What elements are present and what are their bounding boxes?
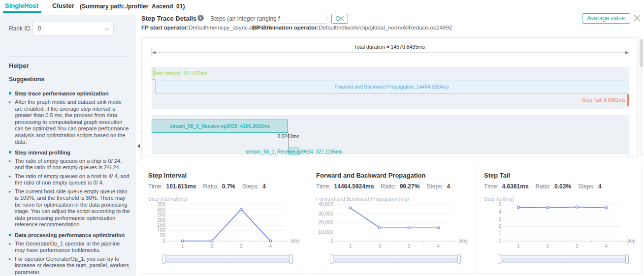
y-axis-title: Forward and Backward Propagation(ms) (316, 196, 470, 202)
svg-text:30,000: 30,000 (318, 211, 333, 216)
datazoom-slider[interactable] (499, 255, 628, 263)
step-trace-details-title: Step Trace Details (141, 15, 196, 22)
svg-text:1: 1 (349, 244, 352, 249)
datazoom-slider[interactable] (163, 255, 292, 263)
stream-gap-label: 0.0243ms (277, 134, 299, 139)
chevron-down-icon (104, 28, 109, 31)
step-tail-bar[interactable] (627, 94, 629, 106)
svg-text:2: 2 (210, 244, 213, 249)
sidebar-divider (5, 56, 131, 57)
svg-text:0: 0 (162, 238, 165, 244)
datazoom-right-handle[interactable] (457, 254, 461, 264)
timeline-scrollbar-thumb[interactable] (640, 39, 643, 67)
datazoom-left-handle[interactable] (162, 254, 165, 264)
top-tab-bar: SingleHost Cluster (Summary path:./profi… (0, 0, 644, 14)
metric-cards-row: Step Interval Time:101.615msRatio:0.7%St… (142, 166, 642, 274)
svg-text:step: step (458, 238, 468, 244)
svg-text:1: 1 (498, 231, 501, 236)
triangle-bullet-icon: ▸ (9, 256, 11, 263)
steps-input[interactable] (280, 14, 327, 24)
suggestion-section-title: Data processing performance optimization (9, 232, 130, 239)
svg-text:300: 300 (157, 207, 165, 213)
suggestion-section-title: Step interval profiling (9, 149, 130, 156)
ok-button[interactable]: OK (331, 14, 348, 24)
datazoom-right-handle[interactable] (290, 254, 293, 264)
svg-text:2: 2 (378, 244, 381, 249)
step-trace-timeline-panel: Total duration ≈ 14570.8435ms Step Inter… (141, 37, 638, 156)
square-bullet-icon (9, 92, 11, 94)
stream-58-0-receive-bar[interactable]: stream_58_0_Receive-op9935: 4166.2692ms (152, 120, 288, 133)
triangle-bullet-icon: ▸ (9, 173, 11, 180)
stream-58-1-receive-bar-label: stream_58_1_Receive-op9934: 327.1195ms (246, 149, 343, 154)
tab-cluster[interactable]: Cluster (52, 2, 74, 9)
timeline-scrollbar[interactable] (640, 38, 643, 156)
helper-title: Helper (9, 62, 29, 69)
fp-start-operator-label: FP start operator: (141, 25, 189, 31)
svg-text:250: 250 (157, 212, 165, 217)
close-icon[interactable] (633, 14, 642, 23)
collapse-left-arrow-icon (137, 144, 140, 148)
svg-text:40,000: 40,000 (318, 202, 333, 207)
svg-text:1: 1 (181, 244, 184, 249)
step-tail-bar-label: Step Tail: 4.6361ms (582, 97, 625, 103)
stream-receive-track: stream_58_0_Receive-op9935: 4166.2692ms … (152, 115, 629, 154)
triangle-bullet-icon: ▸ (9, 241, 11, 247)
svg-text:2: 2 (498, 223, 501, 229)
rank-id-select[interactable]: 0 (32, 22, 114, 35)
card-title: Step Interval (148, 172, 302, 179)
svg-text:5: 5 (498, 202, 501, 207)
step-tail-chart: 0123451234step (484, 202, 635, 255)
forward-backward-propagation-bar[interactable]: Forward and Backward Propagation: 14464.… (155, 81, 629, 93)
bp-termination-operator-value: Default/network/clip/global_norm/AllRedu… (319, 25, 452, 31)
svg-text:3: 3 (240, 244, 243, 249)
svg-text:200: 200 (157, 217, 165, 223)
card-title: Forward and Backward Propagation (316, 172, 470, 179)
svg-text:step: step (290, 238, 300, 244)
datazoom-slider[interactable] (331, 255, 460, 263)
average-value-button[interactable]: Average value (582, 13, 631, 24)
suggestions-list: Step trace performance optimization ▸ Af… (9, 87, 130, 276)
datazoom-right-handle[interactable] (625, 254, 629, 264)
svg-text:0: 0 (498, 238, 501, 244)
y-axis-title: Step Tail(ms) (484, 196, 635, 202)
triangle-bullet-icon: ▸ (9, 158, 11, 165)
datazoom-left-handle[interactable] (498, 254, 501, 264)
step-trace-segments-track: Step Interval: 101.615ms Forward and Bac… (152, 67, 629, 109)
svg-text:2: 2 (546, 244, 549, 249)
card-stats: Time:4.6361msRatio:0.03%Steps:4 (484, 183, 635, 190)
bp-termination-operator: BP termination operator:Default/network/… (252, 25, 452, 31)
card-stats: Time:101.615msRatio:0.7%Steps:4 (148, 183, 302, 190)
svg-text:3: 3 (408, 244, 411, 249)
svg-text:50: 50 (160, 233, 166, 238)
triangle-bullet-icon: ▸ (9, 188, 11, 195)
svg-text:3: 3 (498, 216, 501, 222)
forward-backward-propagation-chart: 010,00020,00030,00040,0001234step (316, 202, 470, 255)
total-duration-arrow (152, 49, 629, 58)
suggestion-item: ▸ The current host-side queue empty queu… (9, 188, 130, 228)
suggestion-item: ▸ For operator GeneratorOp_1, you can tr… (9, 256, 130, 276)
rank-id-row: Rank ID 0 (9, 22, 127, 35)
svg-text:4: 4 (437, 244, 440, 249)
triangle-bullet-icon: ▸ (9, 99, 11, 106)
svg-text:4: 4 (269, 244, 272, 249)
tab-singlehost-label: SingleHost (5, 2, 38, 9)
svg-text:4: 4 (498, 209, 501, 215)
datazoom-left-handle[interactable] (330, 254, 333, 264)
square-bullet-icon (9, 234, 11, 236)
step-tail-card: Step Tail Time:4.6361msRatio:0.03%Steps:… (478, 166, 642, 274)
svg-text:1: 1 (517, 244, 520, 249)
card-stats: Time:14464.5924msRatio:99.27%Steps:4 (316, 183, 470, 190)
tab-cluster-label: Cluster (52, 2, 74, 9)
rank-id-label: Rank ID (9, 25, 30, 32)
svg-text:4: 4 (605, 244, 608, 249)
step-interval-chart: 0501001502002503003501234step (148, 202, 302, 255)
svg-text:150: 150 (157, 222, 165, 228)
suggestion-section-title: Step trace performance optimization (9, 90, 130, 97)
svg-text:3: 3 (576, 244, 579, 249)
svg-text:350: 350 (157, 202, 165, 207)
svg-text:0: 0 (330, 238, 333, 244)
tab-singlehost[interactable]: SingleHost (5, 2, 38, 9)
summary-path: (Summary path:./profiler_Ascend_01) (80, 3, 185, 10)
info-icon[interactable]: i (197, 15, 204, 21)
active-tab-underline (3, 11, 41, 13)
